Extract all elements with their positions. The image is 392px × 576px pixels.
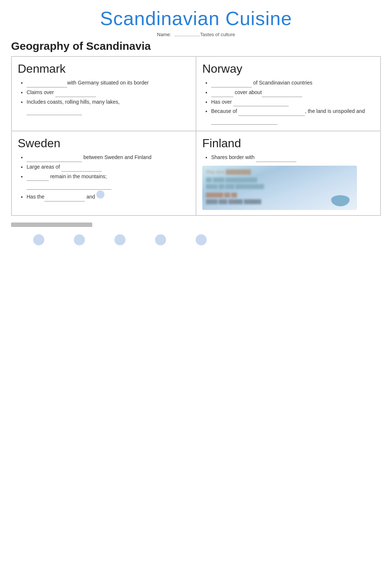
finland-list: Shares border with bbox=[202, 153, 374, 162]
bottom-icon-1 bbox=[33, 234, 44, 245]
blank[interactable] bbox=[27, 110, 82, 115]
blank[interactable] bbox=[211, 120, 278, 125]
finland-map-image: Map area ████████ ██ ████ ███████████ ██… bbox=[202, 166, 357, 210]
bottom-icon-2 bbox=[74, 234, 85, 245]
blank[interactable] bbox=[27, 184, 111, 190]
list-item: Includes coasts, rolling hills, many lak… bbox=[27, 98, 190, 115]
list-item: Because of , the land is unspoiled and bbox=[211, 107, 374, 125]
blank[interactable] bbox=[27, 82, 67, 87]
bottom-icon-4 bbox=[155, 234, 166, 245]
list-item: with Germany situated on its border bbox=[27, 79, 190, 87]
map-icon bbox=[96, 190, 104, 199]
list-item: Has the and bbox=[27, 190, 190, 201]
finland-cell: Finland Shares border with Map area ████… bbox=[196, 131, 381, 215]
name-label: Name: bbox=[157, 31, 200, 38]
subtitle-row: Name: Tastes of culture bbox=[11, 31, 381, 38]
bottom-icon-5 bbox=[196, 234, 207, 245]
norway-title: Norway bbox=[202, 62, 374, 76]
blank[interactable] bbox=[27, 176, 49, 181]
sweden-list: between Sweden and Finland Large areas o… bbox=[18, 153, 190, 201]
blank[interactable] bbox=[262, 92, 302, 97]
denmark-title: Denmark bbox=[18, 62, 190, 76]
blank[interactable] bbox=[55, 92, 96, 97]
blank[interactable] bbox=[238, 111, 305, 116]
sweden-title: Sweden bbox=[18, 137, 190, 150]
sweden-cell: Sweden between Sweden and Finland Large … bbox=[11, 131, 196, 215]
list-item: Claims over bbox=[27, 88, 190, 97]
list-item: of Scandinavian countries bbox=[211, 79, 374, 87]
name-field[interactable] bbox=[174, 36, 200, 36]
list-item: between Sweden and Finland bbox=[27, 153, 190, 162]
list-item: cover about bbox=[211, 88, 374, 97]
blank[interactable] bbox=[233, 101, 289, 106]
list-item: Large areas of bbox=[27, 163, 190, 172]
bottom-icons-row bbox=[11, 234, 381, 245]
page-title: Scandinavian Cuisine bbox=[11, 7, 381, 30]
norway-cell: Norway of Scandinavian countries cover a… bbox=[196, 56, 381, 131]
list-item: remain in the mountains; bbox=[27, 172, 190, 190]
blank[interactable] bbox=[211, 82, 252, 87]
blank[interactable] bbox=[61, 166, 102, 172]
bottom-bar bbox=[11, 223, 92, 227]
blank[interactable] bbox=[256, 157, 296, 162]
blank[interactable] bbox=[27, 157, 82, 162]
bottom-icon-3 bbox=[114, 234, 125, 245]
list-item: Has over bbox=[211, 98, 374, 107]
list-item: Shares border with bbox=[211, 153, 374, 162]
blurred-content: Map area ████████ ██ ████ ███████████ ██… bbox=[202, 166, 357, 208]
geography-grid: Denmark with Germany situated on its bor… bbox=[11, 56, 381, 216]
blank[interactable] bbox=[211, 92, 233, 97]
finland-title: Finland bbox=[202, 137, 374, 150]
norway-list: of Scandinavian countries cover about Ha… bbox=[202, 79, 374, 125]
section-heading: Geography of Scandinavia bbox=[11, 40, 381, 52]
denmark-list: with Germany situated on its border Clai… bbox=[18, 79, 190, 115]
denmark-cell: Denmark with Germany situated on its bor… bbox=[11, 56, 196, 131]
blank[interactable] bbox=[44, 196, 85, 201]
subtitle: Tastes of culture bbox=[200, 32, 235, 37]
